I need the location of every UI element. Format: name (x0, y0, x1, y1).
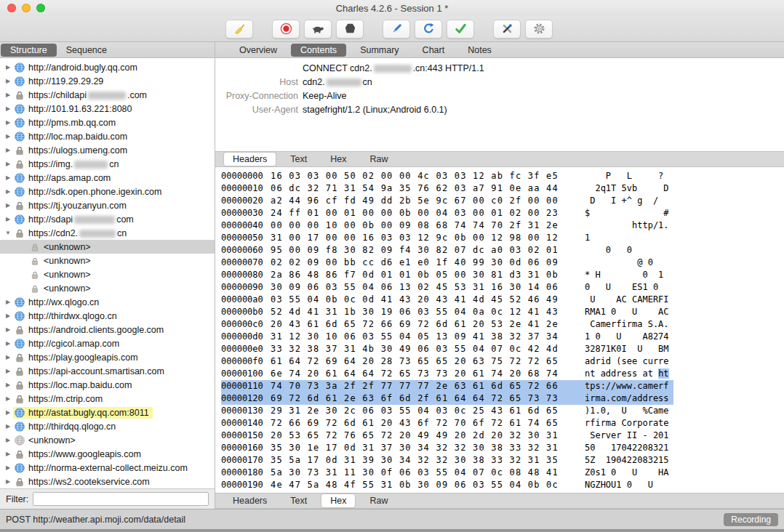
throttle-button[interactable] (304, 20, 332, 39)
tree-row[interactable]: ▶http://wx.qlogo.cn (0, 295, 215, 309)
disclosure-closed-icon[interactable]: ▶ (3, 437, 13, 443)
tree-row[interactable]: ▶https://play.googleapis.com (0, 350, 215, 364)
tree-row[interactable]: ▶http://astat.bugly.qq.com:8011 (0, 406, 215, 419)
disclosure-closed-icon[interactable]: ▶ (3, 368, 13, 374)
disclosure-open-icon[interactable]: ▼ (3, 230, 13, 236)
disclosure-closed-icon[interactable]: ▶ (3, 216, 13, 222)
disclosure-closed-icon[interactable]: ▶ (3, 299, 13, 305)
tree-row[interactable]: <unknown> (0, 254, 215, 267)
disclosure-closed-icon[interactable]: ▶ (3, 174, 13, 181)
hex-row[interactable]: 000001006e 74 20 61 64 64 72 65 73 73 20… (221, 368, 673, 380)
tree-row[interactable]: ▶http://norma-external-collect.meizu.com (0, 461, 215, 475)
hex-row[interactable]: 000000f061 64 72 69 64 20 28 73 65 65 20… (221, 355, 673, 368)
tree-row[interactable]: ▶http://pms.mb.qq.com (0, 116, 215, 129)
hex-row[interactable]: 0000005031 00 17 00 00 16 03 03 12 9c 0b… (221, 232, 673, 244)
tree-row[interactable]: ▶http://thirdwx.qlogo.cn (0, 309, 215, 323)
hex-row[interactable]: 0000014072 66 69 72 6d 61 20 43 6f 72 70… (221, 417, 673, 430)
hex-row[interactable]: 0000017035 5a 17 0d 31 39 30 34 32 32 30… (221, 454, 673, 467)
tree-row[interactable]: ▼https://cdn2.cn (0, 226, 215, 240)
compose-button[interactable] (383, 20, 410, 39)
tab-hex[interactable]: Hex (321, 153, 355, 166)
disclosure-closed-icon[interactable]: ▶ (3, 354, 13, 360)
hex-row[interactable]: 000001805a 30 73 31 11 30 0f 06 03 55 04… (221, 467, 673, 479)
disclosure-closed-icon[interactable]: ▶ (3, 105, 13, 112)
tab-text[interactable]: Text (281, 494, 316, 507)
hex-row[interactable]: 0000011074 70 73 3a 2f 2f 77 77 77 2e 63… (221, 380, 673, 392)
disclosure-closed-icon[interactable]: ▶ (3, 147, 13, 153)
tree-row[interactable]: ▶http://cgicol.amap.com (0, 336, 215, 350)
tree-row[interactable]: ▶http://101.91.63.221:8080 (0, 102, 215, 116)
hex-row[interactable]: 000000c020 43 61 6d 65 72 66 69 72 6d 61… (221, 318, 673, 331)
hex-row[interactable]: 0000006095 00 09 f8 30 82 09 f4 30 82 07… (221, 244, 673, 257)
tree-row[interactable]: ▶https://tj.youzanyun.com (0, 198, 215, 212)
record-button[interactable] (272, 20, 300, 39)
disclosure-closed-icon[interactable]: ▶ (3, 313, 13, 319)
disclosure-closed-icon[interactable]: ▶ (3, 202, 13, 209)
tab-summary[interactable]: Summary (351, 44, 408, 57)
tab-chart[interactable]: Chart (413, 44, 455, 57)
disclosure-closed-icon[interactable]: ▶ (3, 478, 13, 485)
hex-row[interactable]: 000000a003 55 04 0b 0c 0d 41 43 20 43 41… (221, 294, 673, 306)
disclosure-closed-icon[interactable]: ▶ (3, 161, 13, 167)
disclosure-closed-icon[interactable]: ▶ (3, 188, 13, 195)
tools-button[interactable] (493, 20, 521, 39)
tree-row[interactable]: ▶https://m.ctrip.com (0, 392, 215, 406)
hex-row[interactable]: 0000012069 72 6d 61 2e 63 6f 6d 2f 61 64… (221, 392, 673, 405)
disclosure-closed-icon[interactable]: ▶ (3, 326, 13, 333)
tab-text[interactable]: Text (281, 153, 316, 166)
disclosure-closed-icon[interactable]: ▶ (3, 409, 13, 416)
filter-input[interactable] (33, 492, 209, 506)
tree-row[interactable]: ▶http://119.29.29.29 (0, 74, 215, 88)
tree-row[interactable]: ▶http://sdapicom (0, 212, 215, 226)
tree-row[interactable]: <unknown> (0, 240, 215, 254)
disclosure-closed-icon[interactable]: ▶ (3, 64, 13, 70)
hex-row[interactable]: 000000d031 12 30 10 06 03 55 04 05 13 09… (221, 331, 673, 343)
tab-raw[interactable]: Raw (361, 153, 396, 166)
tree-row[interactable]: ▶https://api-account.smartisan.com (0, 364, 215, 378)
tree-row[interactable]: ▶http://android.bugly.qq.com (0, 60, 215, 74)
disclosure-closed-icon[interactable]: ▶ (3, 451, 13, 457)
breakpoints-button[interactable] (336, 20, 364, 39)
hex-row[interactable]: 0000001006 dc 32 71 31 54 9a 35 76 62 03… (221, 182, 673, 195)
hex-row[interactable]: 00000020a2 44 96 cf fd 49 dd 2b 5e 9c 67… (221, 195, 673, 207)
tab-raw[interactable]: Raw (361, 494, 396, 507)
tree-row[interactable]: ▶https://www.googleapis.com (0, 447, 215, 461)
disclosure-closed-icon[interactable]: ▶ (3, 78, 13, 84)
disclosure-closed-icon[interactable]: ▶ (3, 382, 13, 388)
tab-contents[interactable]: Contents (291, 44, 346, 57)
hex-row[interactable]: 0000000016 03 03 00 50 02 00 00 4c 03 03… (221, 170, 673, 182)
disclosure-closed-icon[interactable]: ▶ (3, 464, 13, 471)
hex-row[interactable]: 0000015020 53 65 72 76 65 72 20 49 49 20… (221, 430, 673, 442)
hex-row[interactable]: 0000016035 30 1e 17 0d 31 37 30 34 32 32… (221, 442, 673, 454)
hex-row[interactable]: 000000e033 32 38 37 31 4b 30 49 06 03 55… (221, 343, 673, 355)
tab-sequence[interactable]: Sequence (57, 44, 116, 57)
hex-row[interactable]: 000001904e 47 5a 48 4f 55 31 0b 30 09 06… (221, 479, 673, 491)
tree-row[interactable]: ▶<unknown> (0, 433, 215, 447)
tab-headers[interactable]: Headers (224, 494, 276, 507)
disclosure-closed-icon[interactable]: ▶ (3, 423, 13, 430)
tree-row[interactable]: ▶http://aps.amap.com (0, 171, 215, 185)
disclosure-closed-icon[interactable]: ▶ (3, 92, 13, 98)
tree-row[interactable]: ▶http://sdk.open.phone.igexin.com (0, 185, 215, 198)
tab-structure[interactable]: Structure (1, 44, 57, 57)
tree-row[interactable]: ▶https://img.cn (0, 157, 215, 171)
tree-row[interactable]: <unknown> (0, 281, 215, 295)
tree-row[interactable]: <unknown> (0, 267, 215, 281)
response-hex-pane[interactable]: 0000000016 03 03 00 50 02 00 00 4c 03 03… (215, 167, 784, 493)
hex-row[interactable]: 0000013029 31 2e 30 2c 06 03 55 04 03 0c… (221, 405, 673, 417)
tab-hex[interactable]: Hex (321, 494, 355, 507)
tree-row[interactable]: ▶https://childapi.com (0, 88, 215, 102)
tree-row[interactable]: ▶http://thirdqq.qlogo.cn (0, 419, 215, 433)
settings-button[interactable] (525, 20, 553, 39)
tree-row[interactable]: ▶http://loc.map.baidu.com (0, 129, 215, 143)
clear-session-button[interactable] (225, 20, 253, 39)
tab-overview[interactable]: Overview (230, 44, 287, 57)
hex-row[interactable]: 0000009030 09 06 03 55 04 06 13 02 45 53… (221, 281, 673, 294)
hex-row[interactable]: 0000004000 00 00 10 00 0b 00 09 08 68 74… (221, 219, 673, 232)
tree-row[interactable]: ▶https://ws2.cootekservice.com (0, 475, 215, 488)
tab-headers[interactable]: Headers (224, 153, 276, 166)
hex-row[interactable]: 0000007002 02 09 00 bb cc d6 e1 e0 1f 40… (221, 257, 673, 269)
tab-notes[interactable]: Notes (458, 44, 501, 57)
hex-row[interactable]: 000000802a 86 48 86 f7 0d 01 01 0b 05 00… (221, 269, 673, 281)
validate-button[interactable] (447, 20, 474, 39)
